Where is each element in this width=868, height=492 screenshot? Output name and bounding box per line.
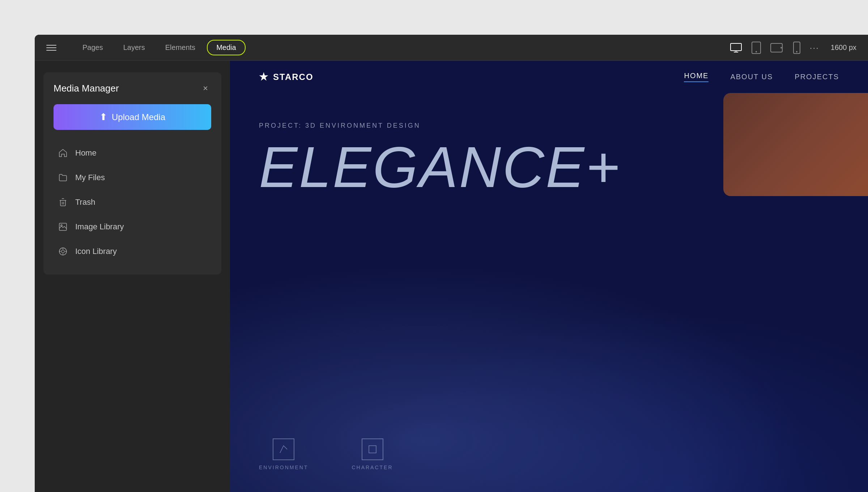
menu-item-trash[interactable]: Trash: [54, 191, 211, 214]
bottom-icon-character: CHARACTER: [352, 438, 393, 470]
upload-icon: ⬆: [99, 111, 107, 123]
logo-text: STARCO: [273, 72, 314, 82]
upload-media-button[interactable]: ⬆ Upload Media: [54, 104, 211, 130]
site-nav: ★ STARCO HOME ABOUT US PROJECTS: [230, 61, 868, 93]
close-button[interactable]: ×: [200, 82, 211, 94]
bottom-icons: ENVIRONMENT CHARACTER: [259, 438, 393, 470]
tab-media[interactable]: Media: [207, 40, 245, 55]
svg-point-4: [756, 51, 757, 52]
character-label: CHARACTER: [352, 465, 393, 470]
nav-link-about[interactable]: ABOUT US: [730, 73, 773, 81]
menu-item-my-files[interactable]: My Files: [54, 166, 211, 189]
image-library-label: Image Library: [75, 222, 124, 232]
menu-item-home[interactable]: Home: [54, 141, 211, 165]
main-content: Media Manager × ⬆ Upload Media Home: [35, 61, 868, 492]
svg-point-14: [61, 250, 64, 253]
nav-link-home[interactable]: HOME: [684, 72, 709, 82]
icon-library-icon: [58, 246, 68, 256]
svg-rect-19: [369, 446, 376, 453]
site-nav-links: HOME ABOUT US PROJECTS: [684, 72, 839, 82]
home-icon: [58, 148, 68, 158]
brown-overlay-decoration: [723, 93, 868, 196]
star-icon: ★: [259, 71, 269, 83]
canvas-area: ★ STARCO HOME ABOUT US PROJECTS PROJECT:…: [230, 61, 868, 492]
left-sidebar: Media Manager × ⬆ Upload Media Home: [35, 61, 230, 492]
svg-point-8: [796, 51, 797, 52]
character-icon-box: [362, 438, 383, 460]
trash-label: Trash: [75, 198, 95, 207]
site-logo: ★ STARCO: [259, 71, 314, 83]
image-icon: [58, 222, 68, 232]
folder-icon: [58, 173, 68, 183]
bottom-icon-environment: ENVIRONMENT: [259, 438, 308, 470]
tablet-view-icon[interactable]: [749, 42, 763, 54]
menu-item-icon-library[interactable]: Icon Library: [54, 240, 211, 263]
website-preview: ★ STARCO HOME ABOUT US PROJECTS PROJECT:…: [230, 61, 868, 492]
menu-item-image-library[interactable]: Image Library: [54, 215, 211, 238]
icon-library-label: Icon Library: [75, 247, 117, 256]
svg-point-6: [780, 47, 782, 48]
upload-button-label: Upload Media: [112, 112, 165, 122]
media-manager-header: Media Manager ×: [54, 82, 211, 94]
nav-right: ··· 1600 px: [729, 42, 856, 54]
svg-rect-0: [731, 43, 741, 51]
landscape-tablet-icon[interactable]: [769, 42, 784, 54]
media-manager-title: Media Manager: [54, 83, 119, 94]
app-window: Pages Layers Elements Media: [35, 35, 868, 492]
media-manager-panel: Media Manager × ⬆ Upload Media Home: [43, 72, 221, 275]
home-label: Home: [75, 148, 97, 158]
tab-elements[interactable]: Elements: [157, 41, 204, 55]
mobile-view-icon[interactable]: [790, 42, 804, 54]
environment-label: ENVIRONMENT: [259, 465, 308, 470]
my-files-label: My Files: [75, 173, 105, 182]
hero-section: PROJECT: 3D ENVIRONMENT DESIGN ELEGANCE+: [230, 93, 868, 196]
nav-tabs: Pages Layers Elements Media: [74, 40, 729, 55]
hamburger-menu[interactable]: [46, 45, 56, 51]
more-options[interactable]: ···: [810, 43, 819, 53]
desktop-view-icon[interactable]: [729, 42, 743, 54]
environment-icon-box: [273, 438, 294, 460]
nav-link-projects[interactable]: PROJECTS: [795, 73, 839, 81]
px-display: 1600 px: [831, 43, 856, 52]
tab-pages[interactable]: Pages: [74, 41, 112, 55]
top-nav: Pages Layers Elements Media: [35, 35, 868, 61]
trash-icon: [58, 197, 68, 207]
tab-layers[interactable]: Layers: [115, 41, 154, 55]
